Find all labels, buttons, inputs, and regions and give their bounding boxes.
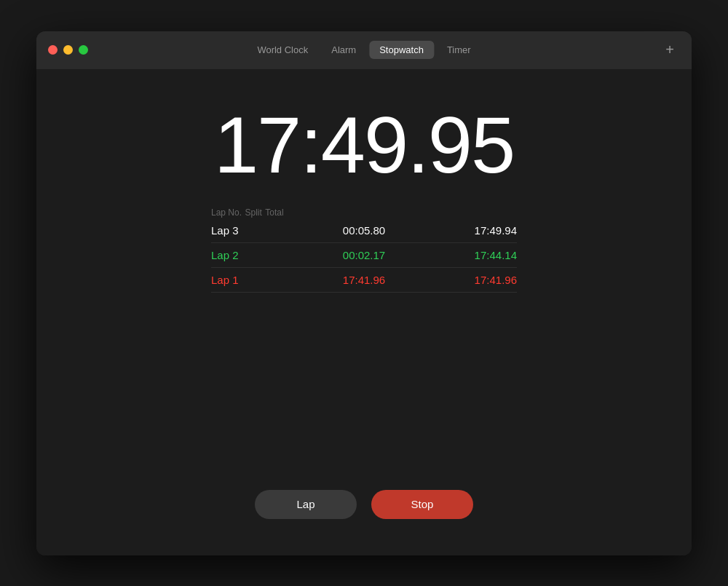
header-lap-no: Lap No. <box>211 207 242 218</box>
app-window: World Clock Alarm Stopwatch Timer + 17:4… <box>36 31 692 555</box>
time-display: 17:49.95 <box>214 98 514 191</box>
lap2-label: Lap 2 <box>211 249 313 261</box>
stopwatch-content: 17:49.95 Lap No. Split Total Lap 3 00:05… <box>36 69 692 555</box>
tab-stopwatch[interactable]: Stopwatch <box>369 41 434 59</box>
lap2-split: 00:02.17 <box>313 249 415 261</box>
lap1-split: 17:41.96 <box>313 274 415 286</box>
tab-world-clock[interactable]: World Clock <box>247 41 318 59</box>
lap1-total: 17:41.96 <box>415 274 517 286</box>
close-button[interactable] <box>48 45 58 55</box>
lap-row-3: Lap 3 00:05.80 17:49.94 <box>211 218 517 243</box>
tab-timer[interactable]: Timer <box>437 41 481 59</box>
lap-row-2: Lap 2 00:02.17 17:44.14 <box>211 243 517 268</box>
lap3-split: 00:05.80 <box>313 224 415 237</box>
stop-button[interactable]: Stop <box>371 490 473 519</box>
maximize-button[interactable] <box>79 45 88 55</box>
lap-rows: Lap 3 00:05.80 17:49.94 Lap 2 00:02.17 1… <box>211 218 517 293</box>
lap2-total: 17:44.14 <box>415 249 517 261</box>
lap-button[interactable]: Lap <box>255 490 357 519</box>
lap1-label: Lap 1 <box>211 274 313 286</box>
traffic-lights <box>48 45 88 55</box>
minimize-button[interactable] <box>63 45 73 55</box>
lap-table-wrapper: Lap No. Split Total Lap 3 00:05.80 17:49… <box>211 205 517 293</box>
lap3-label: Lap 3 <box>211 224 313 237</box>
lap-row-1: Lap 1 17:41.96 17:41.96 <box>211 268 517 293</box>
nav-tabs: World Clock Alarm Stopwatch Timer <box>247 41 480 59</box>
lap3-total: 17:49.94 <box>415 224 517 237</box>
lap-table-headers: Lap No. Split Total <box>211 205 517 218</box>
header-split: Split <box>245 207 261 218</box>
titlebar: World Clock Alarm Stopwatch Timer + <box>36 31 692 69</box>
header-total: Total <box>265 207 283 218</box>
tab-alarm[interactable]: Alarm <box>321 41 366 59</box>
add-button[interactable]: + <box>660 40 680 60</box>
control-buttons: Lap Stop <box>255 490 473 526</box>
